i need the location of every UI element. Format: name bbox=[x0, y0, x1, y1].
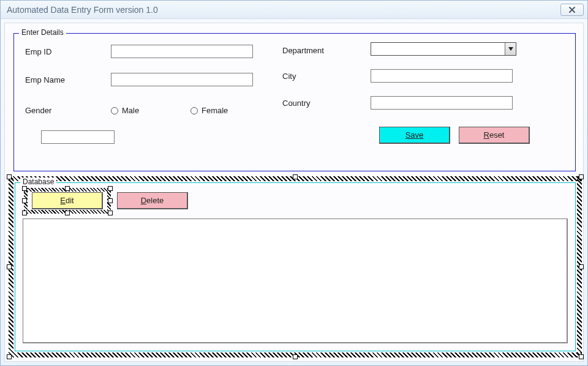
resize-handle[interactable] bbox=[579, 354, 584, 359]
edit-button-selection[interactable]: Edit bbox=[24, 188, 111, 214]
chevron-down-icon bbox=[505, 43, 516, 55]
resize-handle[interactable] bbox=[108, 198, 113, 203]
titlebar: Automated Data Entry Form version 1.0 bbox=[1, 1, 587, 19]
database-frame-selection[interactable]: Database Edit bbox=[9, 176, 582, 357]
department-combobox[interactable] bbox=[371, 42, 516, 56]
database-listbox[interactable] bbox=[23, 218, 568, 343]
country-input[interactable] bbox=[371, 96, 513, 110]
database-legend: Database bbox=[20, 177, 56, 186]
gender-male-label: Male bbox=[122, 106, 139, 115]
resize-handle[interactable] bbox=[579, 264, 584, 269]
save-button-label: Save bbox=[405, 130, 424, 140]
resize-handle[interactable] bbox=[7, 354, 12, 359]
city-input[interactable] bbox=[371, 69, 513, 83]
reset-button[interactable]: Reset bbox=[459, 127, 530, 144]
enter-details-legend: Enter Details bbox=[19, 28, 66, 37]
resize-handle[interactable] bbox=[22, 211, 27, 215]
delete-button-label: Delete bbox=[141, 196, 164, 205]
resize-handle[interactable] bbox=[22, 186, 27, 191]
resize-handle[interactable] bbox=[7, 264, 12, 269]
save-button[interactable]: Save bbox=[379, 127, 450, 144]
form-designer-canvas: Enter Details Emp ID Emp Name Gender Mal… bbox=[4, 23, 584, 362]
resize-handle[interactable] bbox=[293, 354, 298, 359]
gender-male-radio[interactable]: Male bbox=[111, 106, 139, 115]
emp-name-input[interactable] bbox=[111, 73, 253, 86]
country-label: Country bbox=[282, 99, 311, 108]
database-groupbox: Database Edit bbox=[15, 182, 576, 351]
radio-icon bbox=[111, 107, 118, 114]
reset-button-label: Reset bbox=[484, 130, 505, 140]
emp-name-label: Emp Name bbox=[25, 75, 65, 84]
close-button[interactable] bbox=[560, 4, 584, 16]
delete-button[interactable]: Delete bbox=[117, 192, 188, 209]
resize-handle[interactable] bbox=[65, 186, 70, 191]
window-root: Automated Data Entry Form version 1.0 En… bbox=[0, 0, 588, 366]
department-label: Department bbox=[282, 46, 324, 55]
resize-handle[interactable] bbox=[65, 211, 70, 215]
resize-handle[interactable] bbox=[7, 174, 12, 179]
emp-id-label: Emp ID bbox=[25, 47, 51, 56]
resize-handle[interactable] bbox=[108, 211, 113, 215]
gender-female-label: Female bbox=[202, 106, 228, 115]
enter-details-groupbox: Enter Details Emp ID Emp Name Gender Mal… bbox=[13, 33, 576, 171]
close-icon bbox=[568, 6, 576, 13]
window-title: Automated Data Entry Form version 1.0 bbox=[7, 5, 158, 15]
radio-icon bbox=[190, 107, 198, 114]
emp-id-input[interactable] bbox=[111, 45, 253, 58]
resize-handle[interactable] bbox=[22, 198, 27, 203]
city-label: City bbox=[282, 72, 296, 81]
edit-button[interactable]: Edit bbox=[32, 192, 103, 209]
edit-button-label: Edit bbox=[60, 196, 74, 205]
resize-handle[interactable] bbox=[108, 186, 113, 191]
resize-handle[interactable] bbox=[579, 174, 584, 179]
extra-text-input[interactable] bbox=[41, 130, 115, 144]
gender-label: Gender bbox=[25, 106, 51, 115]
resize-handle[interactable] bbox=[293, 174, 298, 179]
gender-female-radio[interactable]: Female bbox=[190, 106, 228, 115]
